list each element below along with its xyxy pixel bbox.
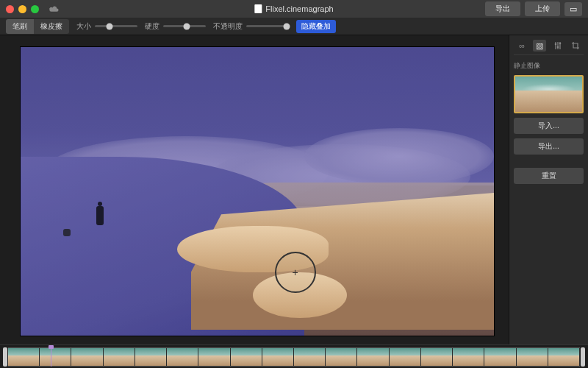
export-still-button[interactable]: 导出... bbox=[514, 138, 584, 155]
scene-preview bbox=[21, 47, 494, 336]
tab-adjustments[interactable] bbox=[551, 40, 564, 52]
titlebar: Flixel.cinemagraph 导出 上传 ▭ bbox=[0, 0, 588, 18]
document-title: Flixel.cinemagraph bbox=[254, 4, 333, 13]
tab-crop[interactable] bbox=[569, 40, 582, 52]
brush-cursor bbox=[275, 252, 316, 293]
close-window-button[interactable] bbox=[6, 5, 14, 13]
timeline-frame[interactable] bbox=[231, 348, 262, 366]
timeline-frame[interactable] bbox=[517, 348, 548, 366]
timeline-frame[interactable] bbox=[421, 348, 453, 366]
person-silhouette bbox=[96, 206, 104, 225]
minimize-window-button[interactable] bbox=[18, 5, 26, 13]
size-label: 大小 bbox=[76, 21, 91, 32]
timeline-frame[interactable] bbox=[326, 348, 357, 366]
timeline-frame[interactable] bbox=[104, 348, 135, 366]
svg-point-1 bbox=[556, 46, 559, 49]
timeline-frame[interactable] bbox=[262, 348, 294, 366]
overlay-toggle-button[interactable]: 隐藏叠加 bbox=[296, 20, 336, 33]
hardness-slider[interactable] bbox=[163, 25, 206, 27]
document-icon bbox=[254, 4, 262, 13]
panel-toggle-button[interactable]: ▭ bbox=[564, 2, 582, 16]
timeline-frame[interactable] bbox=[198, 348, 230, 366]
timeline-frame[interactable] bbox=[484, 348, 516, 366]
reset-button[interactable]: 重置 bbox=[514, 168, 584, 184]
timeline-frame[interactable] bbox=[453, 348, 484, 366]
inspector-tabs: ∞ ▧ bbox=[514, 38, 584, 55]
main-area: ∞ ▧ 静止图像 导入... 导出... 重置 bbox=[0, 35, 588, 344]
timeline-frames[interactable] bbox=[8, 347, 580, 367]
eraser-tool-button[interactable]: 橡皮擦 bbox=[34, 19, 69, 34]
cloud-sync-icon bbox=[48, 5, 60, 13]
inspector-sidebar: ∞ ▧ 静止图像 导入... 导出... 重置 bbox=[509, 35, 588, 344]
still-image-label: 静止图像 bbox=[514, 61, 584, 71]
hardness-label: 硬度 bbox=[145, 21, 159, 32]
opacity-slider[interactable] bbox=[246, 25, 289, 27]
tool-segmented-control: 笔刷 橡皮擦 bbox=[6, 19, 69, 34]
export-button[interactable]: 导出 bbox=[485, 1, 520, 16]
svg-point-2 bbox=[559, 43, 561, 45]
brush-tool-button[interactable]: 笔刷 bbox=[6, 19, 34, 34]
size-slider[interactable] bbox=[95, 25, 137, 27]
timeline-frame[interactable] bbox=[548, 348, 580, 366]
opacity-label: 不透明度 bbox=[213, 21, 243, 32]
timeline-frame[interactable] bbox=[167, 348, 198, 366]
timeline-frame[interactable] bbox=[8, 348, 40, 366]
document-name: Flixel.cinemagraph bbox=[265, 4, 333, 13]
canvas[interactable] bbox=[21, 47, 494, 336]
still-image-thumbnail[interactable] bbox=[514, 75, 584, 113]
canvas-wrap bbox=[0, 35, 509, 344]
timeline-frame[interactable] bbox=[357, 348, 389, 366]
window-controls bbox=[6, 5, 39, 13]
upload-button[interactable]: 上传 bbox=[525, 1, 560, 16]
timeline-trim-end[interactable] bbox=[581, 347, 585, 367]
svg-point-0 bbox=[554, 43, 556, 46]
fullscreen-window-button[interactable] bbox=[31, 5, 39, 13]
timeline-trim-start[interactable] bbox=[3, 347, 7, 367]
timeline-frame[interactable] bbox=[71, 348, 103, 366]
tab-still-image[interactable]: ▧ bbox=[533, 40, 546, 52]
timeline-frame[interactable] bbox=[390, 348, 421, 366]
timeline-frame[interactable] bbox=[40, 348, 71, 366]
dog-silhouette bbox=[63, 229, 71, 236]
timeline-frame[interactable] bbox=[135, 348, 167, 366]
playhead[interactable] bbox=[51, 347, 51, 367]
tab-loop[interactable]: ∞ bbox=[515, 40, 528, 52]
brush-toolbar: 笔刷 橡皮擦 大小 硬度 不透明度 隐藏叠加 bbox=[0, 18, 588, 35]
timeline bbox=[0, 344, 588, 368]
timeline-frame[interactable] bbox=[294, 348, 326, 366]
import-button[interactable]: 导入... bbox=[514, 118, 584, 134]
